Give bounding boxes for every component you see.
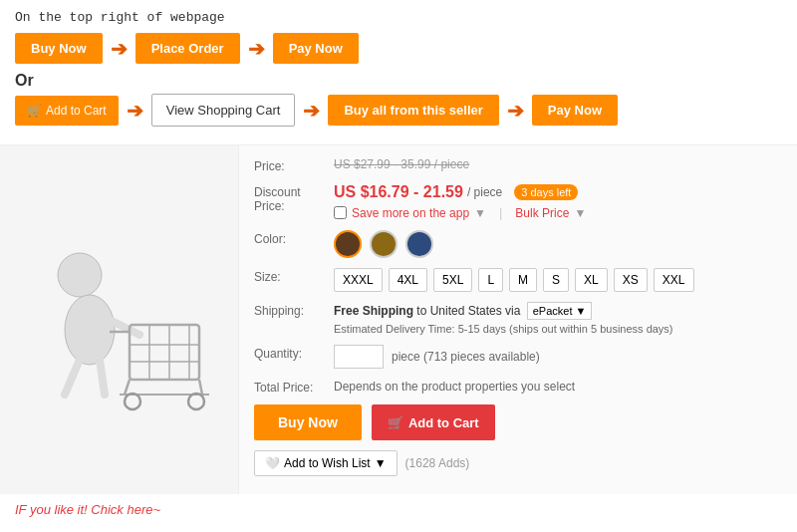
discount-price-row: DiscountPrice: US $16.79 - 21.59 / piece…: [254, 183, 782, 220]
wish-count: (1628 Adds): [405, 456, 470, 470]
arrow-icon-3: ➔: [127, 99, 143, 123]
place-order-button[interactable]: Place Order: [135, 33, 240, 64]
quantity-available: piece (713 pieces available): [392, 350, 540, 364]
size-l[interactable]: L: [478, 268, 503, 292]
size-xs[interactable]: XS: [614, 268, 648, 292]
color-label: Color:: [254, 230, 334, 246]
size-s[interactable]: S: [543, 268, 569, 292]
svg-point-0: [58, 253, 102, 297]
color-swatch-3[interactable]: [405, 230, 433, 258]
buy-now-button-main[interactable]: Buy Now: [254, 404, 362, 440]
pay-now-button-top[interactable]: Pay Now: [273, 33, 359, 64]
add-to-wish-list-button[interactable]: 🤍 Add to Wish List ▼: [254, 450, 398, 476]
quantity-input[interactable]: 1: [334, 345, 384, 369]
save-more-text: Save more on the app: [352, 206, 469, 220]
shipping-free: Free Shipping: [334, 304, 413, 318]
view-shopping-cart-button[interactable]: View Shopping Cart: [151, 94, 296, 127]
pay-now-button-flow2[interactable]: Pay Now: [532, 95, 618, 126]
wish-row: 🤍 Add to Wish List ▼ (1628 Adds): [254, 450, 782, 476]
product-image-area: [0, 145, 239, 494]
shipping-label: Shipping:: [254, 302, 334, 318]
add-to-cart-button-top[interactable]: 🛒 Add to Cart: [15, 96, 119, 126]
divider: |: [499, 205, 502, 220]
buy-all-from-seller-button[interactable]: Buy all from this seller: [328, 95, 498, 126]
total-price-label: Total Price:: [254, 379, 334, 395]
product-image: [20, 220, 219, 419]
if-you-like-text: IF you like it! Chick here~: [0, 502, 797, 517]
action-buttons: Buy Now 🛒 Add to Cart: [254, 404, 782, 440]
price-label: Price:: [254, 157, 334, 173]
discount-label: DiscountPrice:: [254, 183, 334, 213]
arrow-icon-1: ➔: [111, 37, 128, 61]
size-xxl[interactable]: XXL: [654, 268, 694, 292]
shipping-method-select[interactable]: ePacket ▼: [527, 302, 593, 320]
product-details: Price: US $27.99 - 35.99 / piece Discoun…: [239, 145, 797, 494]
price-per: / piece: [467, 185, 502, 199]
size-5xl[interactable]: 5XL: [433, 268, 472, 292]
arrow-icon-2: ➔: [248, 37, 265, 61]
size-m[interactable]: M: [509, 268, 537, 292]
arrow-icon-5: ➔: [507, 99, 524, 123]
color-row: Color:: [254, 230, 782, 258]
add-to-cart-button-main[interactable]: 🛒 Add to Cart: [372, 404, 495, 440]
heart-icon: 🤍: [265, 456, 280, 470]
svg-point-15: [125, 394, 140, 409]
cart-icon-top: 🛒: [27, 104, 42, 118]
days-left-badge: 3 days left: [514, 184, 578, 200]
total-price-row: Total Price: Depends on the product prop…: [254, 379, 782, 395]
quantity-row: Quantity: 1 piece (713 pieces available): [254, 345, 782, 369]
svg-line-13: [199, 380, 202, 395]
price-row: Price: US $27.99 - 35.99 / piece: [254, 157, 782, 173]
size-xl[interactable]: XL: [575, 268, 608, 292]
save-more-checkbox[interactable]: [334, 206, 347, 219]
shipping-dest: to United States via: [416, 304, 523, 318]
arrow-icon-4: ➔: [303, 99, 320, 123]
size-xxxl[interactable]: XXXL: [334, 268, 383, 292]
or-text: Or: [15, 72, 782, 90]
buy-now-button-top[interactable]: Buy Now: [15, 33, 103, 64]
shipping-row: Shipping: Free Shipping to United States…: [254, 302, 782, 335]
svg-line-4: [100, 360, 105, 395]
discount-price: US $16.79 - 21.59: [334, 183, 463, 201]
shipping-delivery: Estimated Delivery Time: 5-15 days (ship…: [334, 323, 782, 335]
color-swatch-1[interactable]: [334, 230, 362, 258]
cart-icon-main: 🛒: [388, 415, 403, 430]
quantity-label: Quantity:: [254, 345, 334, 361]
top-label: On the top right of webpage: [15, 10, 782, 25]
svg-point-16: [188, 394, 204, 409]
svg-line-12: [125, 380, 130, 395]
size-label: Size:: [254, 268, 334, 284]
svg-point-1: [65, 295, 115, 365]
size-row: Size: XXXL 4XL 5XL L M S XL XS XXL: [254, 268, 782, 292]
color-swatches: [334, 230, 782, 258]
bulk-price-text[interactable]: Bulk Price: [515, 206, 569, 220]
original-price: US $27.99 - 35.99 / piece: [334, 157, 782, 171]
svg-line-3: [65, 360, 80, 395]
size-4xl[interactable]: 4XL: [389, 268, 427, 292]
chevron-down-icon: ▼: [375, 456, 387, 470]
total-price-value: Depends on the product properties you se…: [334, 380, 575, 394]
color-swatch-2[interactable]: [370, 230, 398, 258]
size-options: XXXL 4XL 5XL L M S XL XS XXL: [334, 268, 782, 292]
